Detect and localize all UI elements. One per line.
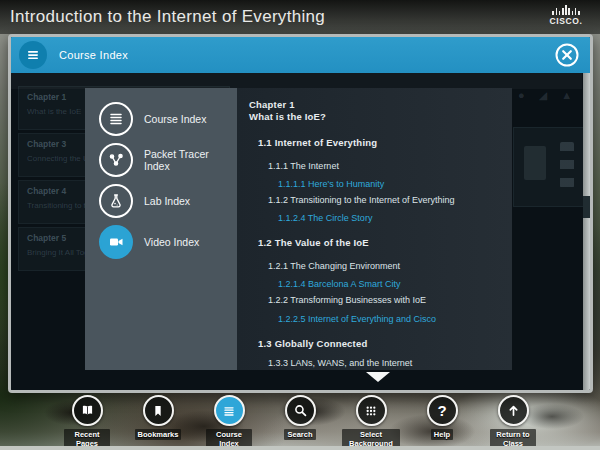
dock-bookmarks-button[interactable]: Bookmarks [128,395,188,449]
cisco-logo-bars [545,5,587,15]
flask-icon [99,184,133,218]
index-topic[interactable]: 1.2.2 Transforming Businesses with IoE [237,295,512,306]
dialog-title: Course Index [59,49,128,61]
sidebar-item-lab-index[interactable]: Lab Index [85,180,237,221]
close-button[interactable] [554,42,580,68]
section-heading: 1.1 Internet of Everything [237,137,512,148]
sidebar-item-label: Video Index [144,236,199,248]
menu-hamburger-button[interactable] [19,41,47,69]
dimmed-content-tile [513,127,585,207]
grid-dots-icon [356,395,387,426]
dock-select-background-button[interactable]: Select Background [341,395,401,449]
dock-label: Bookmarks [135,429,182,440]
up-arrow-icon [498,395,529,426]
dock-help-button[interactable]: ? Help [412,395,472,449]
pages-icon [72,395,103,426]
dialog-body: Chapter 1 What is the IoE Chapter 3 Conn… [11,73,590,390]
course-index-dialog: Course Index Chapter 1 What is the IoE C… [8,34,593,393]
index-content-panel: Chapter 1 What is the IoE? 1.1 Internet … [237,88,512,370]
dimmed-toolbar-icons: ●◢▲ [518,89,572,102]
section-heading: 1.2 The Value of the IoE [237,237,512,248]
question-icon: ? [427,395,458,426]
bookmark-icon [143,395,174,426]
index-topic[interactable]: 1.1.1 The Internet [237,161,512,172]
list-circle-icon [99,102,133,136]
index-link[interactable]: 1.2.2.5 Internet of Everything and Cisco [237,314,512,325]
video-camera-icon [99,225,133,259]
page-scrollbar-track[interactable] [583,73,590,390]
bottom-edge-strip [0,446,600,450]
index-link[interactable]: 1.2.1.4 Barcelona A Smart City [237,279,512,290]
dock-recent-pages-button[interactable]: Recent Pages [57,395,117,449]
index-sidebar: Course Index Packet Tracer Index [85,88,237,370]
cisco-logo: cisco. [545,5,587,26]
dock-label: Help [431,429,453,440]
page-scrollbar-thumb[interactable] [583,196,590,218]
sidebar-item-label: Packet Tracer Index [144,148,237,172]
index-topic[interactable]: 1.3.3 LANs, WANS, and the Internet [237,358,512,369]
dialog-header: Course Index [11,37,590,73]
dock-label: Search [284,429,315,440]
index-topic[interactable]: 1.2.1 The Changing Environment [237,261,512,272]
dock-course-index-button[interactable]: Course Index [199,395,259,449]
dock-search-button[interactable]: Search [270,395,330,449]
cisco-logo-text: cisco. [545,16,587,26]
sidebar-item-label: Lab Index [144,195,190,207]
network-nodes-icon [99,143,133,177]
index-link[interactable]: 1.1.2.4 The Circle Story [237,213,512,224]
chapter-title: What is the IoE? [237,111,512,122]
chapter-label: Chapter 1 [237,99,512,110]
sidebar-item-label: Course Index [144,113,206,125]
course-title: Introduction to the Internet of Everythi… [10,7,325,27]
hamburger-icon [25,47,41,63]
screen: Introduction to the Internet of Everythi… [0,0,600,450]
sidebar-item-packet-tracer-index[interactable]: Packet Tracer Index [85,139,237,180]
section-heading: 1.3 Globally Connected [237,338,512,349]
sidebar-item-course-index[interactable]: Course Index [85,98,237,139]
bottom-dock: Recent Pages Bookmarks Course Index [0,395,600,449]
index-link[interactable]: 1.1.1.1 Here's to Humanity [237,179,512,190]
scroll-down-triangle-icon[interactable] [366,372,390,382]
sidebar-item-video-index[interactable]: Video Index [85,221,237,262]
title-bar: Introduction to the Internet of Everythi… [0,0,600,34]
index-topic[interactable]: 1.1.2 Transitioning to the Internet of E… [237,195,512,206]
search-icon [285,395,316,426]
close-x-icon [554,42,580,68]
dock-return-to-class-button[interactable]: Return to Class [483,395,543,449]
list-icon [214,395,245,426]
